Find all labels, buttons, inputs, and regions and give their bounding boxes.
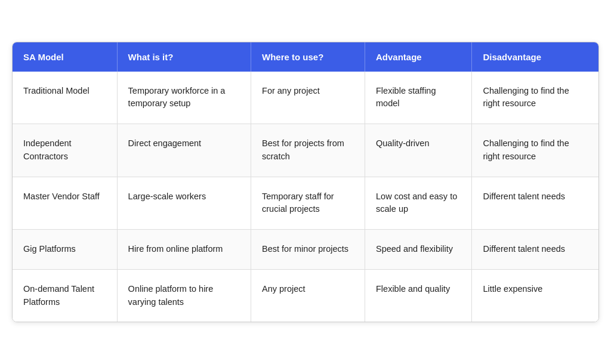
advantage-cell: Flexible staffing model <box>365 72 472 124</box>
column-header-disadvantage: Disadvantage <box>472 42 598 72</box>
disadvantage-cell: Little expensive <box>472 269 598 322</box>
column-header-where-to-use?: Where to use? <box>251 42 365 72</box>
what-is-it-cell: Large-scale workers <box>117 177 251 230</box>
disadvantage-cell: Challenging to find the right resource <box>472 124 598 177</box>
disadvantage-cell: Challenging to find the right resource <box>472 72 598 124</box>
sa-model-table: SA ModelWhat is it?Where to use?Advantag… <box>13 42 598 322</box>
where-to-use-cell: Temporary staff for crucial projects <box>251 177 365 230</box>
where-to-use-cell: Any project <box>251 269 365 322</box>
sa-model-cell: Independent Contractors <box>13 124 117 177</box>
table-row: Gig PlatformsHire from online platformBe… <box>13 230 598 270</box>
column-header-sa-model: SA Model <box>13 42 117 72</box>
sa-model-cell: Master Vendor Staff <box>13 177 117 230</box>
advantage-cell: Speed and flexibility <box>365 230 472 270</box>
advantage-cell: Quality-driven <box>365 124 472 177</box>
table-row: Master Vendor StaffLarge-scale workersTe… <box>13 177 598 230</box>
table-row: On-demand Talent PlatformsOnline platfor… <box>13 269 598 322</box>
what-is-it-cell: Hire from online platform <box>117 230 251 270</box>
sa-model-cell: Gig Platforms <box>13 230 117 270</box>
column-header-what-is-it?: What is it? <box>117 42 251 72</box>
where-to-use-cell: For any project <box>251 72 365 124</box>
sa-model-cell: Traditional Model <box>13 72 117 124</box>
table-header-row: SA ModelWhat is it?Where to use?Advantag… <box>13 42 598 72</box>
main-table-container: SA ModelWhat is it?Where to use?Advantag… <box>12 42 599 323</box>
advantage-cell: Low cost and easy to scale up <box>365 177 472 230</box>
disadvantage-cell: Different talent needs <box>472 230 598 270</box>
table-row: Traditional ModelTemporary workforce in … <box>13 72 598 124</box>
column-header-advantage: Advantage <box>365 42 472 72</box>
what-is-it-cell: Direct engagement <box>117 124 251 177</box>
where-to-use-cell: Best for minor projects <box>251 230 365 270</box>
table-row: Independent ContractorsDirect engagement… <box>13 124 598 177</box>
advantage-cell: Flexible and quality <box>365 269 472 322</box>
sa-model-cell: On-demand Talent Platforms <box>13 269 117 322</box>
where-to-use-cell: Best for projects from scratch <box>251 124 365 177</box>
what-is-it-cell: Online platform to hire varying talents <box>117 269 251 322</box>
what-is-it-cell: Temporary workforce in a temporary setup <box>117 72 251 124</box>
disadvantage-cell: Different talent needs <box>472 177 598 230</box>
